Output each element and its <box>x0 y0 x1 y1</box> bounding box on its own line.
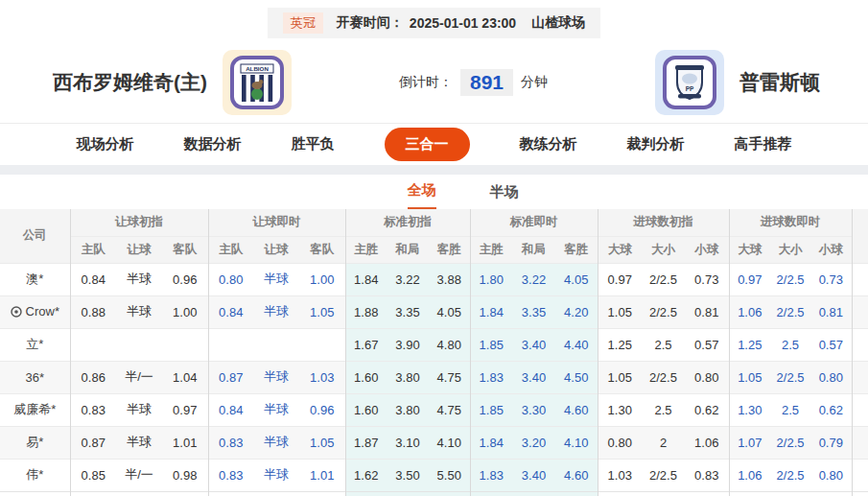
odds-cell-handicap_initial-0 <box>70 328 116 361</box>
group-header-0: 让球初指 <box>70 209 208 236</box>
odds-cell-empty <box>470 491 512 496</box>
odds-cell-handicap_live-2: 1.05 <box>299 426 345 459</box>
odds-cell-goals_initial-1: 2 <box>642 426 685 459</box>
odds-cell-std_live-2: 4.50 <box>555 361 598 393</box>
odds-cell-std_live-0: 1.85 <box>470 393 512 426</box>
match-header: 西布罗姆维奇(主) ALBION 倒计时： 891 分钟 <box>0 38 868 123</box>
odds-cell-handicap_initial-1: 半球 <box>116 295 162 328</box>
odds-cell-goals_initial-0: 1.03 <box>598 459 642 491</box>
sub-header-0-2: 客队 <box>162 236 208 263</box>
odds-cell-handicap_initial-2 <box>162 328 208 361</box>
cutoff-cell <box>852 328 868 361</box>
odds-cell-goals_live-2: 0.80 <box>810 459 852 491</box>
odds-cell-goals_initial-1: 2.5 <box>642 393 685 426</box>
countdown-value: 891 <box>460 69 513 96</box>
odds-cell-empty <box>116 491 162 496</box>
league-badge: 英冠 <box>283 12 323 34</box>
odds-cell-handicap_initial-2: 0.98 <box>162 459 208 491</box>
odds-cell-goals_initial-0: 1.05 <box>598 295 642 328</box>
home-team: 西布罗姆维奇(主) ALBION <box>53 50 292 115</box>
company-name[interactable]: 易* <box>0 426 70 459</box>
nav-tab-2[interactable]: 胜平负 <box>292 135 335 154</box>
odds-cell-goals_initial-1: 2.5 <box>642 328 685 361</box>
odds-cell-std_initial-0: 1.60 <box>345 393 387 426</box>
odds-cell-handicap_initial-0: 0.85 <box>70 459 116 491</box>
period-subtabs: 全场半场 <box>58 175 868 209</box>
odds-cell-handicap_live-1: 半球 <box>253 263 299 295</box>
sub-header-4-2: 小球 <box>685 236 729 263</box>
odds-cell-handicap_live-0: 0.83 <box>208 459 253 491</box>
company-name[interactable]: 澳* <box>0 263 70 295</box>
odds-cell-empty <box>729 491 770 496</box>
odds-cell-handicap_initial-1: 半球 <box>116 393 162 426</box>
away-team-name: 普雷斯顿 <box>739 69 820 96</box>
odds-cell-goals_live-1: 2/2.5 <box>770 361 810 393</box>
sub-header-3-2: 客胜 <box>555 236 598 263</box>
odds-cell-goals_live-0: 0.97 <box>729 263 770 295</box>
countdown-label: 倒计时： <box>399 74 453 91</box>
odds-cell-empty <box>345 491 387 496</box>
odds-cell-goals_initial-2: 0.73 <box>685 263 729 295</box>
odds-cell-std_live-0: 1.80 <box>470 263 512 295</box>
odds-cell-std_initial-2: 4.75 <box>429 361 470 393</box>
nav-tab-3[interactable]: 三合一 <box>385 128 470 161</box>
section-divider <box>0 165 868 175</box>
company-name[interactable]: Crow* <box>0 295 70 328</box>
nav-tab-5[interactable]: 裁判分析 <box>627 135 685 154</box>
odds-cell-std_live-1: 3.20 <box>512 426 555 459</box>
odds-cell-std_live-2: 4.10 <box>555 426 598 459</box>
odds-cell-goals_live-2: 0.80 <box>810 361 852 393</box>
nav-tab-4[interactable]: 教练分析 <box>520 135 577 154</box>
odds-cell-std_live-2: 4.05 <box>555 263 598 295</box>
odds-cell-empty <box>162 491 208 496</box>
nav-tab-0[interactable]: 现场分析 <box>77 135 134 154</box>
company-name <box>0 491 70 496</box>
odds-cell-handicap_live-0: 0.84 <box>208 393 253 426</box>
odds-cell-handicap_initial-0: 0.88 <box>70 295 116 328</box>
odds-cell-goals_live-1: 2.5 <box>770 328 810 361</box>
nav-tab-6[interactable]: 高手推荐 <box>735 135 792 154</box>
odds-row-1: Crow*0.88半球1.000.84半球1.051.883.354.051.8… <box>0 295 868 328</box>
odds-cell-empty <box>555 491 598 496</box>
odds-cell-handicap_live-1: 半球 <box>253 295 299 328</box>
odds-cell-empty <box>299 491 345 496</box>
odds-cell-goals_live-1: 2/2.5 <box>770 426 810 459</box>
odds-cell-handicap_live-2 <box>299 328 345 361</box>
odds-cell-handicap_initial-0: 0.84 <box>70 263 116 295</box>
odds-cell-handicap_initial-2: 0.97 <box>162 393 208 426</box>
odds-cell-empty <box>429 491 470 496</box>
odds-cell-handicap_live-0 <box>208 328 253 361</box>
company-name[interactable]: 立* <box>0 328 70 361</box>
odds-cell-goals_initial-2: 0.62 <box>685 393 729 426</box>
subtab-1[interactable]: 半场 <box>490 183 519 209</box>
odds-cell-std_live-1: 3.40 <box>512 328 555 361</box>
odds-cell-std_live-1: 3.35 <box>512 295 555 328</box>
odds-cell-std_initial-0: 1.87 <box>345 426 387 459</box>
odds-cell-empty <box>770 491 810 496</box>
subtab-0[interactable]: 全场 <box>408 181 436 209</box>
odds-cell-goals_initial-1: 2/2.5 <box>642 361 685 393</box>
sub-header-2-0: 主胜 <box>345 236 387 263</box>
cutoff-cell <box>852 459 868 491</box>
odds-cell-empty <box>810 491 852 496</box>
odds-cell-goals_initial-0: 0.80 <box>598 426 642 459</box>
odds-cell-empty <box>387 491 429 496</box>
odds-cell-std_initial-1: 3.90 <box>387 328 429 361</box>
odds-cell-goals_live-1: 2/2.5 <box>770 295 810 328</box>
odds-cell-std_initial-1: 3.50 <box>387 459 429 491</box>
cutoff-cell <box>852 491 868 496</box>
odds-row-3: 36*0.86半/一1.040.87半球1.031.603.804.751.83… <box>0 361 868 393</box>
svg-text:PP: PP <box>686 85 694 92</box>
odds-cell-goals_initial-0: 1.25 <box>598 328 642 361</box>
odds-cell-handicap_live-0: 0.80 <box>208 263 253 295</box>
odds-row-2: 立*1.673.904.801.853.404.401.252.50.571.2… <box>0 328 868 361</box>
company-name[interactable]: 36* <box>0 361 70 393</box>
odds-cell-std_live-1: 3.40 <box>512 459 555 491</box>
nav-tab-1[interactable]: 数据分析 <box>184 135 242 154</box>
odds-cell-std_live-1: 3.30 <box>512 393 555 426</box>
company-name[interactable]: 伟* <box>0 459 70 491</box>
odds-cell-goals_live-1: 2/2.5 <box>770 263 810 295</box>
odds-cell-goals_live-2: 0.81 <box>810 295 852 328</box>
company-name[interactable]: 威廉希* <box>0 393 70 426</box>
cutoff-cell <box>852 295 868 328</box>
